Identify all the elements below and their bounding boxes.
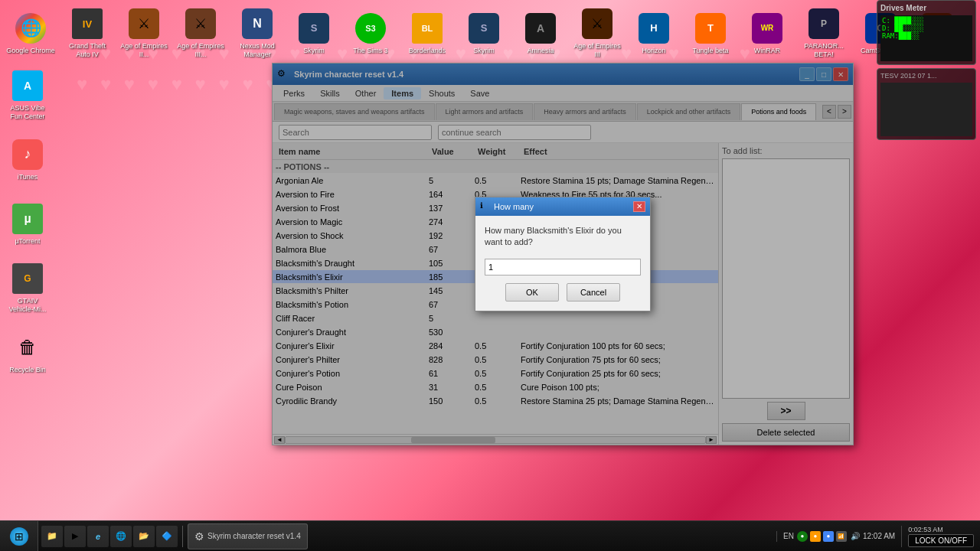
desktop-icon-tungle[interactable]: T Tungle beta (683, 3, 738, 64)
tray-icon-2[interactable]: ● (810, 531, 821, 542)
lock-panel: 0:02:53 AM LOCK ON/OFF (901, 526, 980, 547)
desktop-icon-itunes-label: iTunes (18, 173, 38, 181)
dialog-title-icon: ℹ (480, 201, 491, 212)
clock-display: 0:02:53 AM (908, 526, 974, 533)
sims3-icon: S3 (355, 13, 386, 44)
paranor-icon: P (808, 8, 839, 39)
tungle-icon: T (695, 13, 726, 44)
desktop-icon-paranor-label: PARANOR... BETA! (799, 42, 848, 59)
dialog-content: How many Blacksmith's Elixir do you want… (475, 216, 650, 311)
desktop-icon-skyrim2[interactable]: S Skyrim (456, 3, 511, 64)
desktop-icon-asus[interactable]: A ASUS VibeFun Center (0, 65, 55, 126)
taskbar-folder2[interactable]: 📂 (133, 526, 155, 547)
utorrent-icon: µ (12, 204, 43, 234)
gta-vehicle-icon: G (12, 263, 43, 294)
start-button[interactable]: ⊞ (0, 521, 38, 552)
dialog-titlebar: ℹ How many ✕ (475, 197, 650, 216)
taskbar-explorer[interactable]: 📁 (41, 526, 63, 547)
desktop-icon-winrar-label: WinRAR (754, 47, 781, 55)
taskbar-clock: 12:02 AM (863, 532, 895, 540)
windows-logo-icon: ⊞ (10, 527, 28, 546)
desktop-icon-gta-vehicle[interactable]: G GTAIVVehicle-Mi... (0, 258, 55, 319)
desktop-icon-gta4[interactable]: IV Grand Theft Auto IV (60, 3, 115, 64)
desktop-icon-skyrim2-label: Skyrim (473, 47, 495, 55)
desktop-icon-itunes[interactable]: ♪ iTunes (0, 129, 55, 191)
desktop-icon-aoe4-label: Age of Empires III (573, 42, 622, 59)
taskbar-app-label: Skyrim character reset v1.4 (207, 532, 301, 540)
tesv-thumbnail (880, 83, 972, 136)
drives-meter-title: Drives Meter (880, 4, 972, 12)
desktop-icon-asus-label: ASUS VibeFun Center (10, 104, 44, 121)
desktop-icon-chrome-label: Google Chrome (6, 47, 55, 55)
dialog-close-button[interactable]: ✕ (633, 201, 645, 212)
tray-icon-3[interactable]: ● (823, 531, 834, 542)
chrome-icon: 🌐 (15, 13, 46, 44)
desktop-icon-nexus-label: Nexus Mod Manager (233, 42, 282, 59)
dialog-cancel-button[interactable]: Cancel (567, 283, 620, 302)
winrar-icon: WR (752, 13, 782, 44)
taskbar-app-icon: ⚙ (194, 530, 204, 543)
gta4-icon: IV (72, 8, 103, 39)
skyrim-icon: S (299, 13, 329, 44)
taskbar: ⊞ 📁 ▶ e 🌐 📂 🔷 ⚙ Skyrim character reset v… (0, 520, 980, 551)
system-tray: EN ● ● ● 📶 🔊 12:02 AM (776, 531, 901, 542)
dialog-message: How many Blacksmith's Elixir do you want… (485, 225, 641, 249)
dialog-buttons: OK Cancel (485, 283, 641, 302)
desktop-icon-aoe2-label: Age of Empires II... (119, 42, 168, 59)
desktop-icon-winrar[interactable]: WR WinRAR (740, 3, 795, 64)
taskbar-items: 📁 ▶ e 🌐 📂 🔷 ⚙ Skyrim character reset v1.… (38, 521, 776, 552)
skyrim2-icon: S (469, 13, 499, 44)
desktop-icon-recycle-label: Recycle Bin (9, 366, 46, 374)
tray-icons: ● ● ● 📶 🔊 (797, 531, 860, 542)
desktop-icon-sims3-label: The Sims 3 (353, 47, 388, 55)
desktop-icon-nexus[interactable]: N Nexus Mod Manager (230, 3, 285, 64)
desktop-icon-tungle-label: Tungle beta (692, 47, 728, 55)
app-window: ⚙ Skyrim character reset v1.4 _ □ ✕ Perk… (272, 63, 854, 445)
how-many-dialog: ℹ How many ✕ How many Blacksmith's Elixi… (475, 197, 651, 312)
desktop-icon-amnesia[interactable]: A Amnesia (513, 3, 568, 64)
desktop-icon-recycle[interactable]: 🗑 Recycle Bin (0, 322, 55, 383)
taskbar-app-item[interactable]: ⚙ Skyrim character reset v1.4 (188, 523, 308, 549)
desktop: 🌐 Google Chrome IV Grand Theft Auto IV ⚔… (0, 0, 980, 551)
network-icon[interactable]: 📶 (836, 531, 847, 542)
dialog-ok-button[interactable]: OK (505, 283, 559, 302)
desktop-icon-aoe3[interactable]: ⚔ Age of Empires III... (173, 3, 228, 64)
lock-button[interactable]: LOCK ON/OFF (908, 534, 974, 547)
left-icons: A ASUS VibeFun Center ♪ iTunes µ µTorren… (0, 65, 55, 383)
desktop-icon-paranor[interactable]: P PARANOR... BETA! (796, 3, 851, 64)
dialog-quantity-input[interactable] (485, 259, 641, 276)
dialog-overlay: ℹ How many ✕ How many Blacksmith's Elixi… (273, 64, 853, 445)
asus-icon: A (12, 70, 43, 101)
desktop-icon-horizon[interactable]: H Horizon (626, 3, 681, 64)
tray-icon-1[interactable]: ● (797, 531, 808, 542)
amnesia-icon: A (525, 13, 556, 44)
desktop-icon-chrome[interactable]: 🌐 Google Chrome (3, 3, 58, 64)
desktop-icon-skyrim[interactable]: S Skyrim (286, 3, 341, 64)
top-taskbar: 🌐 Google Chrome IV Grand Theft Auto IV ⚔… (0, 0, 980, 65)
desktop-icon-horizon-label: Horizon (642, 47, 665, 55)
desktop-icon-borderlands[interactable]: BL Borderlands (400, 3, 455, 64)
nexus-icon: N (242, 8, 273, 39)
tesv-widget: TESV 2012 07 1... (877, 68, 976, 140)
desktop-icon-aoe3-label: Age of Empires III... (176, 42, 225, 59)
recycle-icon: 🗑 (12, 332, 43, 363)
language-indicator: EN (783, 532, 794, 540)
desktop-icon-utorrent[interactable]: µ µTorrent (0, 194, 55, 255)
clock-time: 12:02 AM (863, 532, 895, 540)
taskbar-chrome[interactable]: 🌐 (110, 526, 132, 547)
desktop-icon-gta-vehicle-label: GTAIVVehicle-Mi... (8, 297, 46, 314)
speaker-icon[interactable]: 🔊 (851, 532, 860, 540)
desktop-icon-sims3[interactable]: S3 The Sims 3 (343, 3, 398, 64)
taskbar-ie[interactable]: e (87, 526, 109, 547)
desktop-icon-utorrent-label: µTorrent (15, 237, 40, 246)
dialog-title: How many (494, 202, 633, 211)
aoe4-icon: ⚔ (582, 8, 612, 39)
taskbar-wmp[interactable]: ▶ (64, 526, 86, 547)
horizon-icon: H (639, 13, 669, 44)
itunes-icon: ♪ (12, 139, 43, 170)
aoe3-icon: ⚔ (185, 8, 216, 39)
desktop-icon-aoe4[interactable]: ⚔ Age of Empires III (570, 3, 625, 64)
aoe2-icon: ⚔ (129, 8, 159, 39)
desktop-icon-aoe2[interactable]: ⚔ Age of Empires II... (116, 3, 172, 64)
taskbar-skyrim[interactable]: 🔷 (156, 526, 178, 547)
